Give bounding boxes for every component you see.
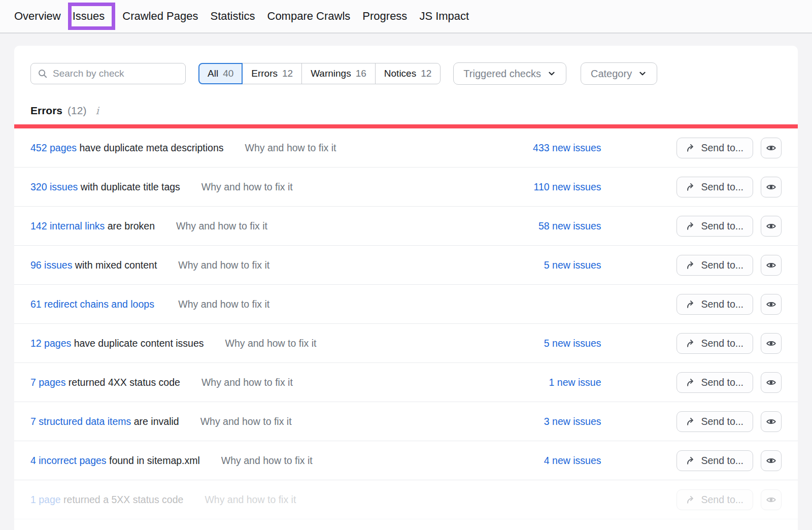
- new-issues-link[interactable]: 3 new issues: [500, 416, 601, 427]
- issue-description-text: have duplicate content issues: [74, 338, 204, 349]
- send-arrow-icon: [686, 378, 696, 387]
- why-how-to-fix-link[interactable]: Why and how to fix it: [178, 259, 269, 271]
- why-how-to-fix-link[interactable]: Why and how to fix it: [200, 416, 292, 427]
- row-actions: Send to...: [676, 177, 782, 197]
- tab-compare-crawls[interactable]: Compare Crawls: [261, 10, 357, 23]
- send-to-button[interactable]: Send to...: [676, 138, 753, 158]
- hide-issue-button[interactable]: [761, 333, 782, 354]
- hide-issue-button[interactable]: [761, 216, 782, 237]
- send-to-button[interactable]: Send to...: [676, 411, 753, 432]
- eye-icon: [766, 338, 776, 349]
- issue-count-link[interactable]: 61 redirect chains and loops: [30, 299, 154, 310]
- tab-overview[interactable]: Overview: [14, 10, 67, 23]
- hide-issue-button[interactable]: [761, 294, 782, 315]
- issue-count-link[interactable]: 7 pages: [30, 377, 65, 388]
- send-to-button[interactable]: Send to...: [676, 333, 753, 354]
- new-issues-link[interactable]: 433 new issues: [500, 142, 601, 154]
- issue-description: 7 structured data items are invalidWhy a…: [30, 416, 500, 427]
- chevron-down-icon: [638, 69, 647, 78]
- why-how-to-fix-link[interactable]: Why and how to fix it: [245, 142, 336, 154]
- issue-count-link[interactable]: 320 issues: [30, 181, 78, 192]
- tab-issues[interactable]: Issues: [73, 10, 111, 23]
- why-how-to-fix-link[interactable]: Why and how to fix it: [201, 181, 293, 193]
- hide-issue-button[interactable]: [761, 255, 782, 276]
- send-to-button[interactable]: Send to...: [676, 372, 753, 393]
- send-to-button[interactable]: Send to...: [676, 489, 753, 510]
- new-issues-link[interactable]: 110 new issues: [500, 181, 601, 193]
- hide-issue-button[interactable]: [761, 489, 782, 510]
- issue-row: 96 issues with mixed contentWhy and how …: [14, 246, 798, 285]
- segment-count: 12: [421, 68, 431, 79]
- send-to-button[interactable]: Send to...: [676, 177, 753, 197]
- issue-count-link[interactable]: 142 internal links: [30, 220, 105, 231]
- new-issues-link[interactable]: 5 new issues: [500, 259, 601, 271]
- segment-all[interactable]: All40: [198, 63, 243, 84]
- tab-crawled-pages[interactable]: Crawled Pages: [116, 10, 204, 23]
- send-to-button[interactable]: Send to...: [676, 450, 753, 471]
- info-icon[interactable]: i: [95, 105, 98, 117]
- new-issues-link[interactable]: 1 new issue: [500, 377, 601, 388]
- segment-count: 12: [282, 68, 293, 79]
- why-how-to-fix-link[interactable]: Why and how to fix it: [176, 220, 267, 232]
- issue-count-link[interactable]: 1 page: [30, 494, 61, 505]
- issue-count-link[interactable]: 96 issues: [30, 259, 72, 271]
- send-to-button[interactable]: Send to...: [676, 294, 753, 315]
- new-issues-link[interactable]: 5 new issues: [500, 338, 601, 349]
- why-how-to-fix-link[interactable]: Why and how to fix it: [221, 455, 313, 467]
- issue-description-text: found in sitemap.xml: [109, 455, 200, 466]
- hide-issue-button[interactable]: [761, 177, 782, 197]
- segment-errors[interactable]: Errors12: [242, 63, 302, 84]
- issue-row: 12 pages have duplicate content issuesWh…: [14, 324, 798, 363]
- issue-description: 61 redirect chains and loops Why and how…: [30, 299, 500, 310]
- why-how-to-fix-link[interactable]: Why and how to fix it: [225, 338, 317, 349]
- search-input[interactable]: [53, 68, 179, 79]
- issue-row: 7 pages returned 4XX status codeWhy and …: [14, 363, 798, 402]
- row-actions: Send to...: [676, 216, 782, 237]
- section-count: (12): [67, 105, 86, 117]
- segment-label: Warnings: [311, 68, 351, 79]
- send-arrow-icon: [686, 417, 696, 426]
- issue-description: 4 incorrect pages found in sitemap.xmlWh…: [30, 455, 500, 467]
- send-to-label: Send to...: [701, 494, 743, 506]
- issue-count-link[interactable]: 7 structured data items: [30, 416, 131, 427]
- new-issues-link[interactable]: 4 new issues: [500, 455, 601, 467]
- why-how-to-fix-link[interactable]: Why and how to fix it: [201, 377, 293, 388]
- hide-issue-button[interactable]: [761, 138, 782, 158]
- segment-warnings[interactable]: Warnings16: [301, 63, 376, 84]
- issue-description: 320 issues with duplicate title tagsWhy …: [30, 181, 500, 193]
- issue-count-link[interactable]: 4 incorrect pages: [30, 455, 107, 466]
- eye-icon: [766, 260, 776, 271]
- segment-label: Errors: [251, 68, 278, 79]
- hide-issue-button[interactable]: [761, 450, 782, 471]
- category-label: Category: [591, 68, 632, 80]
- why-how-to-fix-link[interactable]: Why and how to fix it: [178, 299, 269, 310]
- row-actions: Send to...: [676, 372, 782, 393]
- search-box[interactable]: [30, 63, 186, 84]
- issue-count-link[interactable]: 12 pages: [30, 338, 71, 349]
- hide-issue-button[interactable]: [761, 411, 782, 432]
- issue-description-text: with mixed content: [75, 259, 157, 271]
- send-arrow-icon: [686, 339, 696, 348]
- triggered-checks-dropdown[interactable]: Triggered checks: [453, 62, 566, 85]
- issue-description: 96 issues with mixed contentWhy and how …: [30, 259, 500, 271]
- send-to-button[interactable]: Send to...: [676, 255, 753, 276]
- send-arrow-icon: [686, 456, 696, 466]
- issue-row: 452 pages have duplicate meta descriptio…: [14, 128, 798, 168]
- send-to-button[interactable]: Send to...: [676, 216, 753, 237]
- issue-description-text: are broken: [108, 220, 155, 231]
- send-arrow-icon: [686, 221, 696, 231]
- hide-issue-button[interactable]: [761, 372, 782, 393]
- chevron-down-icon: [547, 69, 556, 78]
- why-how-to-fix-link[interactable]: Why and how to fix it: [205, 494, 296, 506]
- issue-count-link[interactable]: 452 pages: [30, 142, 77, 153]
- segment-notices[interactable]: Notices12: [375, 63, 441, 84]
- category-dropdown[interactable]: Category: [581, 62, 657, 85]
- send-arrow-icon: [686, 300, 696, 309]
- send-to-label: Send to...: [701, 455, 743, 467]
- issues-list: 452 pages have duplicate meta descriptio…: [14, 128, 798, 519]
- tab-js-impact[interactable]: JS Impact: [413, 10, 475, 23]
- tab-statistics[interactable]: Statistics: [204, 10, 261, 23]
- new-issues-link[interactable]: 58 new issues: [500, 220, 601, 232]
- send-to-label: Send to...: [701, 259, 743, 271]
- tab-progress[interactable]: Progress: [356, 10, 413, 23]
